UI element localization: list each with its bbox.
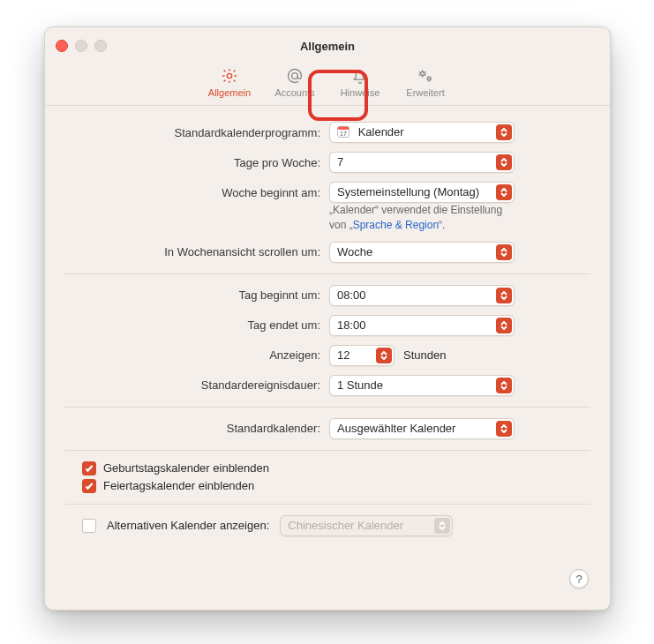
select-default-duration-value: 1 Stunde xyxy=(337,378,383,392)
chevron-updown-icon xyxy=(496,184,512,200)
select-default-app-value: Kalender xyxy=(358,125,404,139)
calendar-app-icon: 17 xyxy=(337,124,350,144)
label-holiday-cal: Feiertagskalender einblenden xyxy=(103,479,254,492)
tab-advanced[interactable]: Erweitert xyxy=(401,66,450,98)
select-day-start[interactable]: 08:00 xyxy=(329,285,515,306)
chevron-updown-icon xyxy=(376,348,392,363)
svg-point-0 xyxy=(227,73,231,78)
general-pane: Standardkalenderprogramm: 17 Kalender Ta… xyxy=(45,106,610,549)
help-button[interactable]: ? xyxy=(569,569,589,588)
tab-advanced-label: Erweitert xyxy=(406,87,444,98)
select-show-hours[interactable]: 12 xyxy=(329,345,395,366)
window-controls xyxy=(56,40,107,52)
label-default-duration: Standardereignisdauer: xyxy=(64,378,329,392)
close-window-button[interactable] xyxy=(56,40,68,52)
window-title: Allgemein xyxy=(45,27,610,66)
checkbox-holiday-cal[interactable] xyxy=(82,479,96,493)
gears-icon xyxy=(417,66,434,86)
select-days-per-week-value: 7 xyxy=(337,155,343,168)
chevron-updown-icon xyxy=(496,288,512,303)
tab-alerts[interactable]: Hinweise xyxy=(335,66,385,98)
label-day-start: Tag beginnt um: xyxy=(64,288,329,302)
checkbox-alt-cal[interactable] xyxy=(82,519,96,533)
titlebar: Allgemein xyxy=(45,27,610,66)
tab-general[interactable]: Allgemein xyxy=(205,66,254,98)
chevron-updown-icon xyxy=(496,318,512,333)
separator xyxy=(64,407,590,408)
select-days-per-week[interactable]: 7 xyxy=(329,152,515,173)
question-mark-icon: ? xyxy=(575,573,582,586)
select-default-calendar-value: Ausgewählter Kalender xyxy=(337,422,455,435)
select-day-end-value: 18:00 xyxy=(337,318,366,332)
label-day-end: Tag endet um: xyxy=(64,318,329,332)
label-alt-cal: Alternativen Kalender anzeigen: xyxy=(107,519,269,532)
svg-point-2 xyxy=(421,72,425,76)
minimize-window-button[interactable] xyxy=(75,40,87,52)
label-days-per-week: Tage pro Woche: xyxy=(64,156,329,169)
gear-icon xyxy=(221,66,238,86)
select-week-start-value: Systemeinstellung (Montag) xyxy=(337,185,479,198)
chevron-updown-icon xyxy=(434,518,450,534)
select-alt-cal-value: Chinesischer Kalender xyxy=(288,519,403,532)
select-default-app[interactable]: 17 Kalender xyxy=(329,122,515,143)
chevron-updown-icon xyxy=(496,378,512,393)
week-start-hint: „Kalender“ verwendet die Einstellung von… xyxy=(329,203,515,233)
tab-accounts-label: Accounts xyxy=(274,87,314,98)
svg-text:17: 17 xyxy=(340,131,347,137)
tab-accounts[interactable]: Accounts xyxy=(270,66,319,98)
select-default-duration[interactable]: 1 Stunde xyxy=(329,375,515,396)
show-hours-unit: Stunden xyxy=(403,348,446,362)
svg-rect-5 xyxy=(338,127,350,131)
at-icon xyxy=(286,66,304,86)
select-show-hours-value: 12 xyxy=(337,348,350,362)
svg-point-1 xyxy=(292,73,298,79)
zoom-window-button[interactable] xyxy=(94,40,107,52)
separator xyxy=(64,273,590,274)
select-scroll-week-value: Woche xyxy=(337,245,372,258)
label-default-app: Standardkalenderprogramm: xyxy=(64,126,329,139)
label-birthday-cal: Geburtstagskalender einblenden xyxy=(103,461,269,475)
select-week-start[interactable]: Systemeinstellung (Montag) xyxy=(329,182,515,203)
preferences-window: Allgemein Allgemein Accounts Hinweise Er… xyxy=(44,26,611,610)
preferences-tabs: Allgemein Accounts Hinweise Erweitert xyxy=(45,66,610,106)
bell-icon xyxy=(351,66,369,86)
select-alt-cal: Chinesischer Kalender xyxy=(280,515,453,536)
separator xyxy=(64,504,590,505)
tab-general-label: Allgemein xyxy=(208,87,251,98)
select-default-calendar[interactable]: Ausgewählter Kalender xyxy=(329,418,515,439)
chevron-updown-icon xyxy=(496,124,512,140)
chevron-updown-icon xyxy=(496,154,512,170)
label-week-start: Woche beginnt am: xyxy=(64,186,329,199)
separator xyxy=(64,450,590,451)
label-show-hours: Anzeigen: xyxy=(64,348,329,362)
tab-alerts-label: Hinweise xyxy=(341,87,380,98)
checkbox-birthday-cal[interactable] xyxy=(82,461,96,476)
label-scroll-week: In Wochenansicht scrollen um: xyxy=(64,245,329,258)
label-default-calendar: Standardkalender: xyxy=(64,422,329,435)
chevron-updown-icon xyxy=(496,421,512,437)
language-region-link[interactable]: Sprache & Region xyxy=(353,219,439,231)
select-day-end[interactable]: 18:00 xyxy=(329,315,515,336)
select-scroll-week[interactable]: Woche xyxy=(329,242,515,263)
chevron-updown-icon xyxy=(496,244,512,260)
select-day-start-value: 08:00 xyxy=(337,288,366,302)
